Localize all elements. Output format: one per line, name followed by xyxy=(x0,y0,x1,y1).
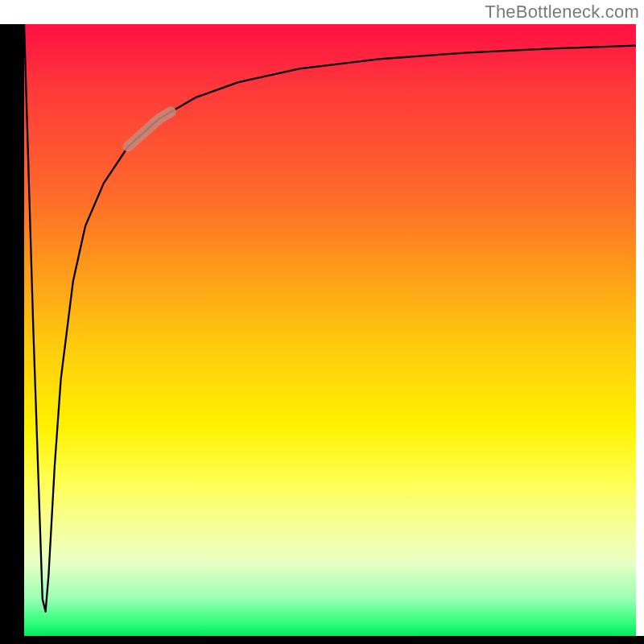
y-axis xyxy=(0,24,24,636)
watermark-text: TheBottleneck.com xyxy=(485,2,639,23)
curve-overlay xyxy=(24,24,636,636)
highlight-segment xyxy=(128,112,171,147)
plot-area xyxy=(24,24,636,636)
chart-canvas: TheBottleneck.com xyxy=(0,0,644,644)
bottleneck-curve xyxy=(24,24,636,612)
x-axis xyxy=(0,636,644,644)
